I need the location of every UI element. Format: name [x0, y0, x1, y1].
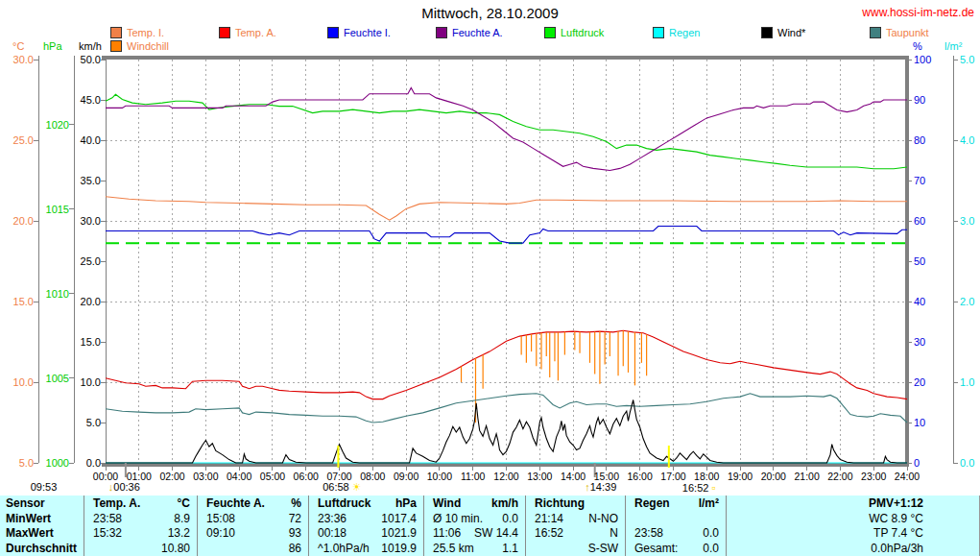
- cell-value: 1017.4: [381, 512, 417, 525]
- cell-value: N: [610, 526, 618, 540]
- table-cell: Gesamt:0.0: [626, 541, 727, 556]
- sun-moon-time: 00:36: [113, 481, 140, 493]
- table-cell: 10.80: [84, 541, 198, 556]
- series-temp-a-: [106, 330, 907, 399]
- cell-value: 0.0: [703, 526, 719, 540]
- sun-moon-annotation: 06:58 ☀: [323, 481, 361, 494]
- cell-value: N-NO: [588, 512, 618, 525]
- sun-moon-time: 14:39: [590, 481, 617, 493]
- x-tick-label: 22:00: [827, 471, 852, 482]
- cell-time: 11:06: [433, 526, 461, 540]
- table-header-cell: Temp. A.°C: [84, 496, 198, 511]
- sun-moon-annotation: 09:53: [31, 481, 58, 493]
- table-row-label: MaxWert: [0, 526, 84, 542]
- lm2-tick-label: 2.0: [960, 296, 974, 307]
- cell-time: Feuchte A.: [206, 496, 265, 510]
- x-tick-label: 09:00: [394, 471, 418, 482]
- x-tick-label: 10:00: [427, 471, 452, 482]
- cell-value: 10.80: [161, 542, 190, 555]
- cell-value: 1019.9: [381, 542, 417, 555]
- pct-tick-label: 10: [914, 417, 925, 428]
- x-axis-bar: [102, 463, 909, 467]
- cell-value: 13.2: [168, 526, 190, 540]
- sunset-icon: ▫: [711, 481, 715, 495]
- degC-tick-label: 10.0: [13, 376, 34, 388]
- table-row-label: MinWert: [0, 511, 84, 526]
- cell-value: WC 8.9 °C: [869, 512, 923, 525]
- cell-time: 00:18: [318, 526, 347, 540]
- plot-border-top: [102, 56, 909, 60]
- kmh-tick-label: 30.0: [81, 215, 101, 227]
- stats-table: SensorTemp. A.°CFeuchte A.%LuftdruckhPaW…: [0, 496, 980, 556]
- table-cell: ^1.0hPa/h1019.9: [309, 541, 424, 556]
- cell-value: 1.1: [502, 542, 518, 555]
- cell-value: S-SW: [588, 542, 618, 555]
- kmh-tick-label: 45.0: [81, 94, 101, 106]
- cell-time: Regen: [634, 496, 670, 510]
- lm2-tick-label: 0.0: [960, 457, 974, 469]
- cell-time: 09:10: [206, 526, 235, 540]
- cell-time: 23:36: [318, 512, 347, 525]
- lm2-tick-label: 1.0: [960, 376, 974, 388]
- degC-tick-label: 25.0: [13, 134, 34, 146]
- table-header-cell: Feuchte A.%: [198, 496, 309, 511]
- plot-border-right: [905, 56, 909, 467]
- cell-time: Ø 10 min.: [433, 512, 483, 525]
- hPa-tick-label: 1010: [46, 288, 69, 300]
- pct-tick-label: 0: [914, 457, 920, 469]
- degC-tick-label: 5.0: [19, 457, 34, 469]
- cell-value: 0.0: [703, 542, 719, 555]
- table-cell: 21:14N-NO: [526, 511, 626, 526]
- table-cell: [626, 511, 727, 526]
- lm2-tick-label: 5.0: [960, 54, 974, 65]
- kmh-tick-label: 50.0: [81, 54, 101, 65]
- lm2-tick-label: 4.0: [960, 134, 974, 146]
- pct-tick-label: 30: [914, 336, 925, 348]
- kmh-tick-label: 15.0: [81, 336, 101, 348]
- sun-moon-time: 16:52: [682, 482, 712, 494]
- degC-tick-label: 20.0: [13, 215, 34, 227]
- sunrise-icon: ☀: [352, 481, 362, 493]
- x-tick-label: 02:00: [159, 471, 184, 482]
- series-taupunkt: [106, 394, 907, 423]
- cell-value: hPa: [395, 496, 417, 510]
- table-cell: 11:06SW 14.4: [424, 526, 526, 542]
- x-tick-label: 20:00: [761, 471, 786, 482]
- cell-time: 16:52: [535, 526, 563, 540]
- pct-tick-label: 20: [914, 376, 925, 388]
- pct-tick-label: 90: [914, 94, 925, 106]
- table-cell: 15:0872: [198, 511, 309, 526]
- series-feuchte-a-: [106, 87, 907, 170]
- cell-value: 93: [289, 526, 301, 540]
- x-tick-label: 12:00: [493, 471, 518, 482]
- x-tick-label: 05:00: [260, 471, 285, 482]
- table-cell: 25.5 km1.1: [424, 541, 526, 556]
- cell-time: 15:32: [93, 526, 122, 540]
- cell-value: °C: [178, 496, 190, 510]
- cell-time: 23:58: [634, 526, 663, 540]
- pct-tick-label: 50: [914, 255, 925, 267]
- x-tick-label: 13:00: [527, 471, 552, 482]
- cell-time: Wind: [433, 496, 461, 510]
- kmh-tick-label: 35.0: [81, 175, 101, 186]
- cell-value: 0.0hPa/3h: [871, 542, 923, 555]
- lm2-tick-label: 3.0: [960, 215, 974, 227]
- cell-value: SW 14.4: [474, 526, 518, 540]
- sun-moon-annotation: ↑14:39: [585, 481, 616, 493]
- table-cell: 0.0hPa/3h: [727, 541, 979, 556]
- cell-value: PMV+1:12: [869, 496, 923, 510]
- cell-value: km/h: [491, 496, 518, 510]
- cell-time: 23:58: [93, 512, 122, 525]
- x-tick-label: 24:00: [895, 471, 920, 482]
- kmh-tick-label: 20.0: [81, 296, 101, 307]
- table-header-cell: Richtung: [526, 496, 626, 511]
- weather-chart: 30.025.020.015.010.05.010201015101010051…: [0, 0, 980, 496]
- cell-value: 8.9: [174, 512, 190, 525]
- kmh-tick-label: 5.0: [86, 417, 101, 428]
- hPa-tick-label: 1000: [46, 457, 69, 469]
- cell-time: 25.5 km: [433, 542, 474, 555]
- x-tick-label: 21:00: [794, 471, 819, 482]
- cell-value: l/m²: [699, 496, 719, 510]
- x-tick-label: 23:00: [861, 471, 886, 482]
- cell-time: ^1.0hPa/h: [318, 542, 370, 555]
